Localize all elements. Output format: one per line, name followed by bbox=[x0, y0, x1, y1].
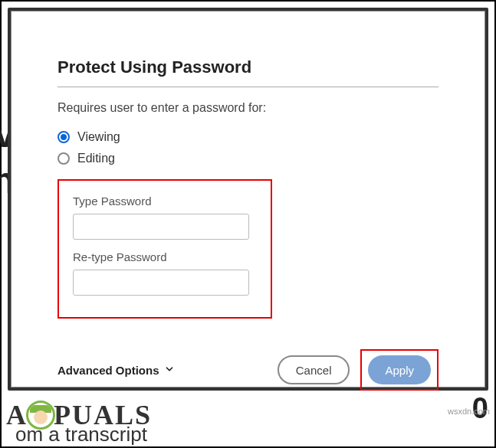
radio-editing[interactable]: Editing bbox=[57, 152, 439, 165]
apply-button[interactable]: Apply bbox=[368, 355, 431, 384]
radio-label: Editing bbox=[77, 152, 115, 165]
dialog-subtitle: Requires user to enter a password for: bbox=[57, 101, 439, 115]
button-group: Cancel Apply bbox=[278, 349, 439, 391]
retype-password-input[interactable] bbox=[73, 270, 249, 296]
dialog-title: Protect Using Password bbox=[57, 57, 439, 77]
cancel-button-label: Cancel bbox=[296, 364, 332, 377]
apply-button-label: Apply bbox=[385, 364, 414, 377]
password-protect-dialog: Protect Using Password Requires user to … bbox=[11, 11, 485, 388]
radio-label: Viewing bbox=[77, 130, 120, 144]
radio-icon bbox=[57, 131, 70, 143]
chevron-down-icon bbox=[164, 364, 175, 377]
divider bbox=[57, 87, 439, 87]
password-input[interactable] bbox=[73, 214, 249, 240]
background-text: om a transcript bbox=[15, 423, 147, 446]
permission-radio-group: Viewing Editing bbox=[57, 130, 439, 165]
apply-highlight: Apply bbox=[360, 349, 439, 391]
watermark-credit: wsxdn.com bbox=[448, 407, 490, 416]
advanced-options-toggle[interactable]: Advanced Options bbox=[57, 364, 175, 377]
advanced-options-label: Advanced Options bbox=[57, 364, 159, 377]
password-fields-highlight: Type Password Re-type Password bbox=[57, 179, 272, 319]
dialog-footer: Advanced Options Cancel Apply bbox=[57, 349, 439, 391]
radio-icon bbox=[57, 152, 70, 165]
cancel-button[interactable]: Cancel bbox=[278, 355, 350, 384]
retype-password-label: Re-type Password bbox=[73, 250, 257, 263]
radio-viewing[interactable]: Viewing bbox=[57, 130, 439, 144]
password-label: Type Password bbox=[73, 195, 257, 208]
